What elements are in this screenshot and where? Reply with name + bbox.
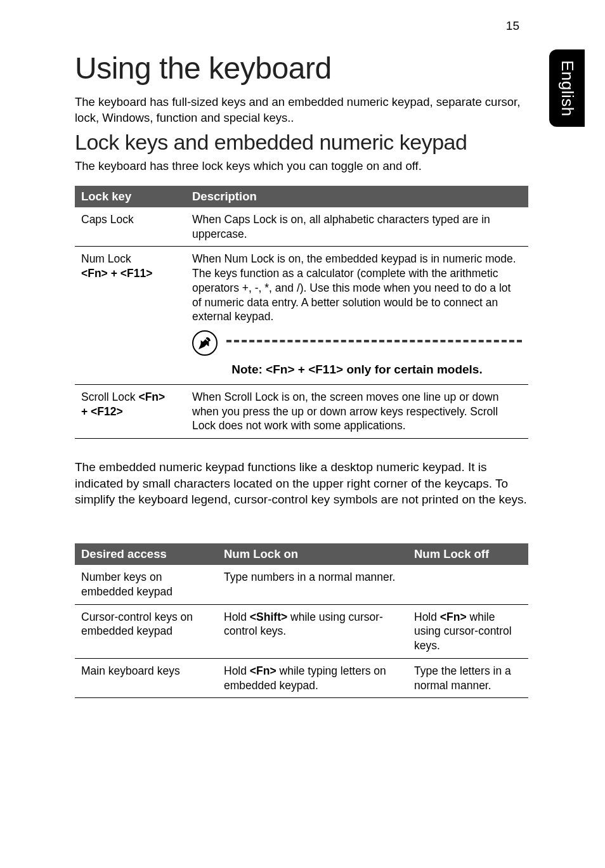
intro-paragraph: The keyboard has full-sized keys and an … <box>75 94 528 126</box>
table-row: Number keys on embedded keypad Type numb… <box>75 565 528 604</box>
desired-access-table: Desired access Num Lock on Num Lock off … <box>75 543 528 698</box>
key-bold: <Shift> <box>250 611 287 623</box>
language-tab: English <box>549 49 585 127</box>
table-row: Caps Lock When Caps Lock is on, all alph… <box>75 207 528 247</box>
note-row <box>192 330 522 356</box>
numon-cell: Hold <Fn> while typing letters on embedd… <box>218 658 408 698</box>
section-subtext: The keyboard has three lock keys which y… <box>75 159 528 174</box>
table-row: Main keyboard keys Hold <Fn> while typin… <box>75 658 528 698</box>
page-number: 15 <box>506 19 519 33</box>
note-text: Note: <Fn> + <F11> only for certain mode… <box>192 360 522 379</box>
text-fragment: Hold <box>224 611 250 623</box>
page-title: Using the keyboard <box>75 51 528 86</box>
numon-cell: Type numbers in a normal manner. <box>218 565 408 604</box>
key-bold: <Fn> <box>250 664 276 677</box>
table-row: Scroll Lock <Fn> + <F12> When Scroll Loc… <box>75 384 528 438</box>
table-row: Num Lock <Fn> + <F11> When Num Lock is o… <box>75 247 528 384</box>
lock-key-line1: Scroll Lock <Fn> <box>81 391 165 403</box>
key-bold: <Fn> <box>440 611 467 623</box>
table-header: Lock key <box>75 186 186 207</box>
numon-cell: Hold <Shift> while using cursor-control … <box>218 604 408 658</box>
language-tab-label: English <box>557 60 577 117</box>
table-header: Num Lock off <box>408 543 528 565</box>
lock-key-name: Caps Lock <box>75 207 186 247</box>
table-row: Cursor-control keys on embedded keypad H… <box>75 604 528 658</box>
table-header: Desired access <box>75 543 218 565</box>
lock-key-desc-text: When Num Lock is on, the embedded keypad… <box>192 252 516 323</box>
lock-key-line1: Num Lock <box>81 252 131 265</box>
text-fragment: Hold <box>414 611 440 623</box>
access-cell: Main keyboard keys <box>75 658 218 698</box>
access-cell: Cursor-control keys on embedded keypad <box>75 604 218 658</box>
numoff-cell <box>408 565 528 604</box>
lock-keys-table: Lock key Description Caps Lock When Caps… <box>75 186 528 439</box>
table-header: Num Lock on <box>218 543 408 565</box>
note-divider <box>226 340 522 342</box>
lock-key-line2: <Fn> + <F11> <box>81 267 152 280</box>
numoff-cell: Hold <Fn> while using cursor-control key… <box>408 604 528 658</box>
lock-key-name: Num Lock <Fn> + <F11> <box>75 247 186 384</box>
table-header: Description <box>186 186 528 207</box>
mid-paragraph: The embedded numeric keypad functions li… <box>75 459 528 508</box>
lock-key-desc: When Num Lock is on, the embedded keypad… <box>186 247 528 384</box>
access-cell: Number keys on embedded keypad <box>75 565 218 604</box>
text-fragment: Hold <box>224 664 250 677</box>
lock-key-desc: When Scroll Lock is on, the screen moves… <box>186 384 528 438</box>
numoff-cell: Type the letters in a normal manner. <box>408 658 528 698</box>
lock-key-name: Scroll Lock <Fn> + <F12> <box>75 384 186 438</box>
section-heading: Lock keys and embedded numeric keypad <box>75 130 528 155</box>
page-content: Using the keyboard The keyboard has full… <box>75 51 528 698</box>
lock-key-desc: When Caps Lock is on, all alphabetic cha… <box>186 207 528 247</box>
lock-key-line2: + <F12> <box>81 405 123 418</box>
pin-icon <box>192 330 218 356</box>
